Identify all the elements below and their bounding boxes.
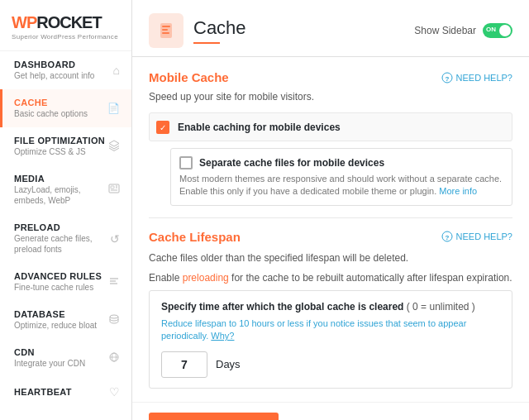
help-icon-2: ?	[441, 231, 453, 242]
page-icon-wrap	[149, 13, 183, 48]
page-title: Cache	[193, 17, 246, 39]
cache-lifespan-desc1: Cache files older than the specified lif…	[149, 251, 512, 265]
show-sidebar-label: Show Sidebar	[414, 25, 476, 36]
logo: WP ROCKET Superior WordPress Performance	[0, 0, 131, 51]
svg-rect-1	[111, 186, 114, 189]
svg-rect-13	[162, 26, 170, 27]
cache-page-icon	[156, 21, 176, 41]
time-input-row: Days	[161, 351, 500, 378]
separate-cache-label: Separate cache files for mobile devices	[199, 157, 384, 169]
enable-mobile-checkbox[interactable]: ✓ Enable caching for mobile devices	[156, 120, 341, 134]
save-changes-button[interactable]: SAVE CHANGES	[149, 413, 279, 420]
home-icon: ⌂	[113, 64, 120, 77]
toggle-on-label: ON	[486, 26, 496, 33]
sidebar-item-database[interactable]: DATABASE Optimize, reduce bloat	[0, 301, 131, 339]
cache-lifespan-desc2: Enable preloading for the cache to be re…	[149, 270, 512, 285]
mobile-cache-title: Mobile Cache	[149, 70, 229, 84]
sidebar-item-heartbeat[interactable]: HEARTBEAT ♡	[0, 377, 131, 407]
logo-sub: Superior WordPress Performance	[12, 33, 120, 41]
save-section: SAVE CHANGES	[132, 402, 529, 420]
toggle-knob	[499, 25, 511, 36]
database-icon	[108, 313, 120, 327]
separate-cache-desc: Most modern themes are responsive and sh…	[179, 173, 503, 198]
cache-lifespan-help[interactable]: ? NEED HELP?	[441, 231, 512, 242]
cache-lifespan-header: Cache Lifespan ? NEED HELP?	[149, 230, 512, 244]
sidebar-item-media[interactable]: MEDIA LazyLoad, emojis, embeds, WebP	[0, 165, 131, 214]
sidebar-item-cache[interactable]: CACHE Basic cache options 📄	[0, 89, 131, 127]
sidebar-item-file-optimization[interactable]: FILE OPTIMIZATION Optimize CSS & JS	[0, 127, 131, 165]
logo-wp: WP	[12, 13, 36, 32]
preload-icon: ↺	[110, 232, 120, 246]
page-header-left: Cache	[149, 13, 246, 48]
sidebar-item-preload[interactable]: PRELOAD Generate cache files, preload fo…	[0, 214, 131, 263]
media-icon	[108, 183, 120, 197]
preloading-link[interactable]: preloading	[183, 272, 229, 284]
cache-lifespan-title: Cache Lifespan	[149, 230, 241, 244]
enable-mobile-cache-row: ✓ Enable caching for mobile devices	[149, 112, 512, 141]
section-divider	[149, 217, 512, 218]
specify-title: Specify time after which the global cach…	[161, 301, 500, 313]
time-unit-label: Days	[216, 358, 241, 370]
more-info-link[interactable]: More info	[439, 186, 477, 196]
logo-rocket: ROCKET	[36, 13, 101, 32]
svg-rect-15	[162, 32, 169, 34]
specify-box: Specify time after which the global cach…	[149, 290, 512, 389]
show-sidebar-wrap: Show Sidebar ON	[414, 23, 512, 38]
reduce-text: Reduce lifespan to 10 hours or less if y…	[161, 317, 500, 343]
svg-text:?: ?	[445, 234, 449, 241]
svg-text:?: ?	[445, 74, 449, 82]
svg-rect-14	[162, 29, 168, 31]
page-title-underline	[193, 42, 220, 44]
enable-mobile-label: Enable caching for mobile devices	[178, 122, 341, 133]
specify-sub: ( 0 = unlimited )	[407, 301, 475, 313]
page-header: Cache Show Sidebar ON	[132, 0, 529, 57]
sidebar: WP ROCKET Superior WordPress Performance…	[0, 0, 132, 420]
why-link[interactable]: Why?	[211, 331, 234, 341]
mobile-cache-header: Mobile Cache ? NEED HELP?	[149, 70, 512, 84]
svg-point-8	[110, 315, 118, 318]
enable-mobile-check-box[interactable]: ✓	[156, 121, 169, 134]
lifespan-value-input[interactable]	[161, 351, 207, 378]
sidebar-item-advanced-rules[interactable]: ADVANCED RULES Fine-tune cache rules	[0, 263, 131, 301]
mobile-cache-desc: Speed up your site for mobile visitors.	[149, 91, 512, 103]
cdn-icon	[108, 351, 120, 365]
cache-icon: 📄	[107, 103, 120, 114]
separate-cache-checkbox[interactable]	[179, 156, 193, 169]
mobile-cache-help[interactable]: ? NEED HELP?	[441, 72, 512, 84]
sidebar-item-cdn[interactable]: CDN Integrate your CDN	[0, 339, 131, 377]
layers-icon	[108, 140, 120, 154]
separate-cache-option: Separate cache files for mobile devices …	[170, 148, 512, 206]
sidebar-toggle[interactable]: ON	[483, 23, 512, 38]
help-icon: ?	[441, 72, 453, 84]
main-content: Cache Show Sidebar ON Mobile Cache ? NEE…	[132, 0, 529, 420]
heartbeat-icon: ♡	[109, 385, 120, 399]
sidebar-item-dashboard[interactable]: DASHBOARD Get help, account info ⌂	[0, 51, 131, 89]
rules-icon	[108, 275, 120, 289]
checkmark-icon: ✓	[160, 123, 166, 132]
cache-lifespan-section: Cache Lifespan ? NEED HELP? Cache files …	[149, 230, 512, 389]
content-area: Mobile Cache ? NEED HELP? Speed up your …	[132, 57, 529, 402]
